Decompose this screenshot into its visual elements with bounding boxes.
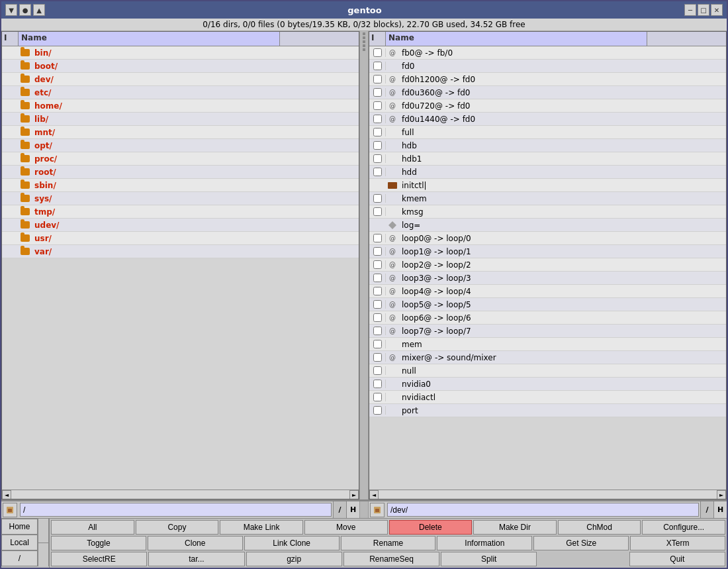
list-item[interactable]: port xyxy=(369,404,726,417)
right-h-scroll-track[interactable] xyxy=(379,490,717,499)
copy-button[interactable]: Copy xyxy=(136,520,219,535)
left-path-h-btn[interactable]: H xyxy=(346,501,359,518)
list-item[interactable]: hdd xyxy=(369,166,726,179)
maximize-button[interactable]: □ xyxy=(698,4,709,16)
file-name: fd0u360@ -> fd0 xyxy=(399,87,726,98)
resize-handle-top[interactable] xyxy=(38,519,48,543)
list-item[interactable]: @loop4@ -> loop/4 xyxy=(369,285,726,298)
list-item[interactable]: sbin/ xyxy=(2,179,359,192)
local-button[interactable]: Local xyxy=(1,535,38,550)
home-button[interactable]: Home xyxy=(1,519,38,535)
list-item[interactable]: @loop0@ -> loop/0 xyxy=(369,232,726,245)
list-item[interactable]: null xyxy=(369,364,726,378)
rename-button[interactable]: Rename xyxy=(341,536,436,550)
list-item[interactable]: fd0 xyxy=(369,60,726,73)
list-item[interactable]: @loop2@ -> loop/2 xyxy=(369,258,726,272)
list-item[interactable]: @fd0u1440@ -> fd0 xyxy=(369,113,726,126)
left-path-slash[interactable]: / xyxy=(333,501,346,518)
list-item[interactable]: opt/ xyxy=(2,139,359,152)
list-item[interactable]: kmsg xyxy=(369,205,726,219)
left-path-nav-btn[interactable] xyxy=(3,503,17,517)
list-item[interactable]: @loop6@ -> loop/6 xyxy=(369,311,726,325)
xterm-button[interactable]: XTerm xyxy=(630,536,725,550)
list-item[interactable]: initctl| xyxy=(369,179,726,192)
titlebar-btn-down[interactable]: ▼ xyxy=(5,4,17,16)
left-col-name: Name xyxy=(19,32,279,46)
list-item[interactable]: home/ xyxy=(2,99,359,113)
split-button[interactable]: Split xyxy=(441,552,537,566)
list-item[interactable]: full xyxy=(369,126,726,139)
slash-button[interactable]: / xyxy=(1,550,38,566)
list-item[interactable]: @fd0u720@ -> fd0 xyxy=(369,99,726,113)
list-item[interactable]: sys/ xyxy=(2,192,359,205)
information-button[interactable]: Information xyxy=(437,536,532,550)
right-path-input[interactable] xyxy=(387,503,699,517)
panes-container: I Name bin/boot/dev/etc/home/lib/mnt/opt… xyxy=(1,31,727,499)
left-file-list[interactable]: bin/boot/dev/etc/home/lib/mnt/opt/proc/r… xyxy=(2,46,359,490)
list-item[interactable]: kmem xyxy=(369,192,726,205)
list-item[interactable]: nvidia0 xyxy=(369,378,726,391)
renameseq-button[interactable]: RenameSeq xyxy=(343,552,439,566)
close-button[interactable]: ✕ xyxy=(711,4,723,16)
chmod-button[interactable]: ChMod xyxy=(558,520,641,535)
tar-button[interactable]: tar... xyxy=(148,552,244,566)
right-path-h-btn[interactable]: H xyxy=(713,501,727,518)
titlebar-btn-up[interactable]: ▲ xyxy=(33,4,45,16)
list-item[interactable]: tmp/ xyxy=(2,205,359,219)
list-item[interactable]: mnt/ xyxy=(2,126,359,139)
selectre-button[interactable]: SelectRE xyxy=(51,552,147,566)
right-h-scroll[interactable]: ◄ ► xyxy=(369,490,726,499)
delete-button[interactable]: Delete xyxy=(389,520,473,535)
list-item[interactable]: hdb xyxy=(369,139,726,152)
list-item[interactable]: udev/ xyxy=(2,219,359,232)
pane-splitter[interactable] xyxy=(359,31,369,499)
list-item[interactable]: @loop1@ -> loop/1 xyxy=(369,245,726,258)
left-h-scroll-right[interactable]: ► xyxy=(349,490,359,499)
minimize-button[interactable]: ─ xyxy=(684,4,696,16)
left-path-input[interactable] xyxy=(20,503,332,517)
titlebar-btn-dot[interactable]: ● xyxy=(19,4,31,16)
list-item[interactable]: @loop3@ -> loop/3 xyxy=(369,272,726,285)
list-item[interactable]: @fb0@ -> fb/0 xyxy=(369,46,726,60)
list-item[interactable]: boot/ xyxy=(2,60,359,73)
list-item[interactable]: proc/ xyxy=(2,152,359,166)
quit-button[interactable]: Quit xyxy=(629,552,725,566)
left-h-scroll[interactable]: ◄ ► xyxy=(2,490,359,499)
list-item[interactable]: etc/ xyxy=(2,86,359,99)
list-item[interactable]: @fd0h1200@ -> fd0 xyxy=(369,73,726,86)
right-path-nav-btn[interactable] xyxy=(370,503,385,517)
left-h-scroll-left[interactable]: ◄ xyxy=(2,490,11,499)
right-path-slash[interactable]: / xyxy=(700,501,713,518)
get-size-button[interactable]: Get Size xyxy=(533,536,629,550)
resize-handle[interactable] xyxy=(38,519,49,566)
move-button[interactable]: Move xyxy=(304,520,388,535)
list-item[interactable]: @loop7@ -> loop/7 xyxy=(369,325,726,338)
clone-button[interactable]: Clone xyxy=(148,536,243,550)
list-item[interactable]: mem xyxy=(369,338,726,351)
make-link-button[interactable]: Make Link xyxy=(220,520,303,535)
link-clone-button[interactable]: Link Clone xyxy=(244,536,340,550)
list-item[interactable]: var/ xyxy=(2,245,359,258)
list-item[interactable]: log= xyxy=(369,219,726,232)
gzip-button[interactable]: gzip xyxy=(246,552,342,566)
configure-button[interactable]: Configure... xyxy=(642,520,725,535)
right-file-list[interactable]: @fb0@ -> fb/0fd0@fd0h1200@ -> fd0@fd0u36… xyxy=(369,46,726,490)
list-item[interactable]: root/ xyxy=(2,166,359,179)
toggle-button[interactable]: Toggle xyxy=(51,536,146,550)
make-dir-button[interactable]: Make Dir xyxy=(473,520,557,535)
left-h-scroll-track[interactable] xyxy=(11,490,349,499)
list-item[interactable]: usr/ xyxy=(2,232,359,245)
list-item[interactable]: nvidiactl xyxy=(369,391,726,404)
file-name: log= xyxy=(399,220,726,231)
all-button[interactable]: All xyxy=(51,520,134,535)
resize-handle-bottom[interactable] xyxy=(38,543,48,567)
right-h-scroll-left[interactable]: ◄ xyxy=(369,490,379,499)
list-item[interactable]: @loop5@ -> loop/5 xyxy=(369,298,726,311)
list-item[interactable]: hdb1 xyxy=(369,152,726,166)
list-item[interactable]: dev/ xyxy=(2,73,359,86)
list-item[interactable]: @fd0u360@ -> fd0 xyxy=(369,86,726,99)
list-item[interactable]: bin/ xyxy=(2,46,359,60)
list-item[interactable]: @mixer@ -> sound/mixer xyxy=(369,351,726,364)
right-h-scroll-right[interactable]: ► xyxy=(717,490,726,499)
list-item[interactable]: lib/ xyxy=(2,113,359,126)
